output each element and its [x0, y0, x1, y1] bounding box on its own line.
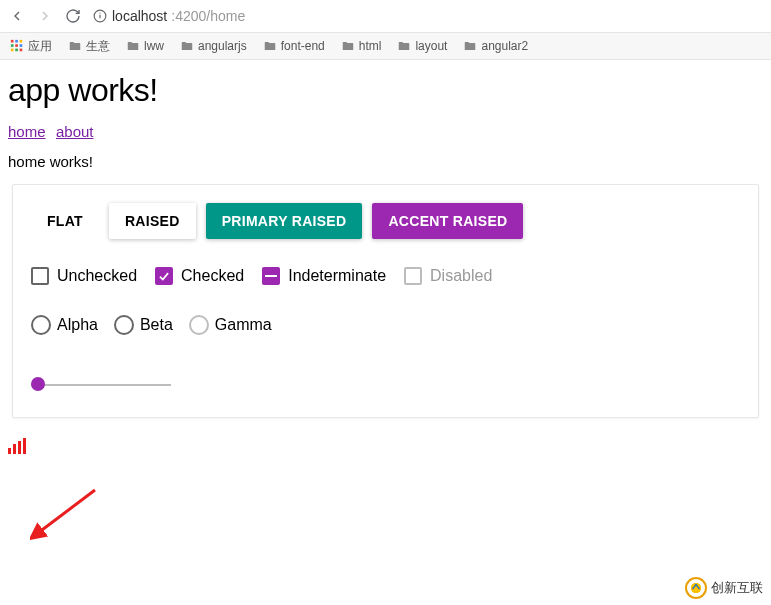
slider-thumb[interactable]	[31, 377, 45, 391]
svg-rect-11	[20, 49, 23, 52]
apps-label: 应用	[28, 38, 52, 55]
svg-rect-8	[20, 44, 23, 47]
annotation-arrow	[30, 485, 100, 540]
checkbox-row: Unchecked Checked Indeterminate Disabled	[31, 267, 740, 285]
svg-rect-6	[11, 44, 14, 47]
svg-rect-9	[11, 49, 14, 52]
checkbox-disabled	[404, 267, 422, 285]
url-bar[interactable]: localhost:4200/home	[92, 8, 245, 24]
svg-rect-5	[20, 40, 23, 43]
home-link[interactable]: home	[8, 123, 46, 140]
radio-beta[interactable]	[114, 315, 134, 335]
forward-button[interactable]	[36, 7, 54, 25]
back-button[interactable]	[8, 7, 26, 25]
folder-icon	[463, 39, 477, 53]
bookmarks-bar: 应用 生意 lww angularjs font-end html layout…	[0, 32, 771, 60]
watermark-text: 创新互联	[711, 579, 763, 597]
checkbox-unchecked-label: Unchecked	[57, 267, 137, 285]
checkbox-disabled-label: Disabled	[430, 267, 492, 285]
about-link[interactable]: about	[56, 123, 94, 140]
svg-rect-3	[11, 40, 14, 43]
slider-track	[31, 384, 171, 386]
svg-point-2	[99, 13, 100, 14]
primary-raised-button[interactable]: PRIMARY RAISED	[206, 203, 363, 239]
slider[interactable]	[31, 375, 171, 395]
bookmark-folder[interactable]: layout	[397, 39, 447, 53]
radio-gamma-label: Gamma	[215, 316, 272, 334]
bookmark-folder[interactable]: angularjs	[180, 39, 247, 53]
bookmark-label: angularjs	[198, 39, 247, 53]
checkbox-unchecked[interactable]	[31, 267, 49, 285]
bookmark-label: angular2	[481, 39, 528, 53]
bookmark-label: layout	[415, 39, 447, 53]
button-row: FLAT RAISED PRIMARY RAISED ACCENT RAISED	[31, 203, 740, 239]
bookmark-folder[interactable]: 生意	[68, 38, 110, 55]
bookmark-label: 生意	[86, 38, 110, 55]
bookmark-label: lww	[144, 39, 164, 53]
radio-alpha-label: Alpha	[57, 316, 98, 334]
info-icon	[92, 8, 108, 24]
folder-icon	[126, 39, 140, 53]
radio-row: Alpha Beta Gamma	[31, 315, 740, 335]
accent-raised-button[interactable]: ACCENT RAISED	[372, 203, 523, 239]
apps-button[interactable]: 应用	[10, 38, 52, 55]
svg-rect-7	[15, 44, 18, 47]
folder-icon	[180, 39, 194, 53]
bar-chart-icon	[8, 438, 26, 454]
checkbox-checked[interactable]	[155, 267, 173, 285]
svg-rect-10	[15, 49, 18, 52]
url-host: localhost	[112, 8, 167, 24]
svg-line-12	[38, 490, 95, 533]
radio-alpha[interactable]	[31, 315, 51, 335]
folder-icon	[341, 39, 355, 53]
demo-card: FLAT RAISED PRIMARY RAISED ACCENT RAISED…	[12, 184, 759, 418]
page-content: app works! home about home works! FLAT R…	[0, 60, 771, 458]
folder-icon	[397, 39, 411, 53]
bookmark-folder[interactable]: font-end	[263, 39, 325, 53]
checkbox-indeterminate-label: Indeterminate	[288, 267, 386, 285]
checkbox-checked-label: Checked	[181, 267, 244, 285]
radio-gamma	[189, 315, 209, 335]
watermark: 创新互联	[685, 577, 763, 599]
folder-icon	[263, 39, 277, 53]
page-title: app works!	[8, 72, 763, 109]
route-text: home works!	[8, 153, 763, 170]
flat-button[interactable]: FLAT	[31, 203, 99, 239]
bookmark-folder[interactable]: html	[341, 39, 382, 53]
watermark-logo-icon	[685, 577, 707, 599]
browser-toolbar: localhost:4200/home	[0, 0, 771, 32]
raised-button[interactable]: RAISED	[109, 203, 196, 239]
bookmark-folder[interactable]: angular2	[463, 39, 528, 53]
reload-button[interactable]	[64, 7, 82, 25]
folder-icon	[68, 39, 82, 53]
bookmark-label: font-end	[281, 39, 325, 53]
nav-links: home about	[8, 123, 763, 141]
checkbox-indeterminate[interactable]	[262, 267, 280, 285]
bookmark-folder[interactable]: lww	[126, 39, 164, 53]
svg-rect-4	[15, 40, 18, 43]
url-path: :4200/home	[171, 8, 245, 24]
bookmark-label: html	[359, 39, 382, 53]
radio-beta-label: Beta	[140, 316, 173, 334]
